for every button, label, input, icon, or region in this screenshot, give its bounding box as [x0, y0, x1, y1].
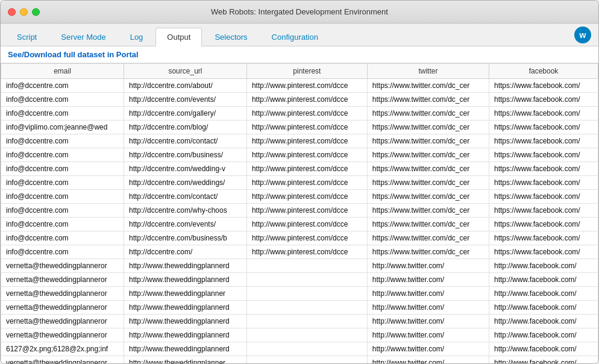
- table-cell: http://www.theweddingplannerd: [124, 301, 246, 315]
- table-cell: info@dccentre.com: [1, 176, 124, 190]
- table-cell: http://www.pinterest.com/dcce: [246, 79, 367, 93]
- col-email: email: [1, 64, 124, 79]
- table-cell: http://www.pinterest.com/dcce: [246, 148, 367, 162]
- table-cell: https://www.twitter.com/dc_cer: [367, 93, 489, 107]
- table-cell: https://www.twitter.com/dc_cer: [367, 134, 489, 148]
- table-cell: vernetta@theweddingplanneror: [1, 315, 124, 328]
- table-cell: https://www.twitter.com/dc_cer: [367, 245, 489, 259]
- portal-link-container: See/Download full dataset in Portal: [1, 46, 598, 63]
- table-cell: https://www.twitter.com/dc_cer: [367, 79, 489, 93]
- table-cell: https://www.facebook.com/: [489, 231, 598, 245]
- table-cell: http://www.pinterest.com/dcce: [246, 107, 367, 121]
- table-row: info@dccentre.comhttp://dccentre.com/con…: [1, 190, 598, 204]
- table-cell: https://www.facebook.com/: [489, 107, 598, 121]
- table-cell: [246, 287, 367, 301]
- table-cell: https://www.facebook.com/: [489, 148, 598, 162]
- col-facebook: facebook: [489, 64, 598, 79]
- table-cell: https://www.twitter.com/dc_cer: [367, 107, 489, 121]
- table-row: info@dccentre.comhttp://dccentre.com/eve…: [1, 218, 598, 231]
- table-cell: vernetta@theweddingplanneror: [1, 328, 124, 342]
- table-cell: vernetta@theweddingplanneror: [1, 356, 124, 364]
- table-cell: http://dccentre.com/business/b: [124, 231, 246, 245]
- table-row: info@dccentre.comhttp://dccentre.com/gal…: [1, 107, 598, 121]
- table-cell: https://www.facebook.com/: [489, 176, 598, 190]
- table-cell: https://www.facebook.com/: [489, 204, 598, 218]
- table-cell: info@dccentre.com: [1, 134, 124, 148]
- table-cell: http://dccentre.com/contact/: [124, 190, 246, 204]
- table-cell: info@dccentre.com: [1, 162, 124, 176]
- table-cell: vernetta@theweddingplanneror: [1, 301, 124, 315]
- data-table: email source_url pinterest twitter faceb…: [1, 63, 598, 363]
- table-row: info@dccentre.comhttp://dccentre.com/htt…: [1, 245, 598, 259]
- close-button[interactable]: [8, 8, 16, 16]
- table-cell: http://dccentre.com/events/: [124, 93, 246, 107]
- table-cell: http://www.pinterest.com/dcce: [246, 176, 367, 190]
- table-row: vernetta@theweddingplannerorhttp://www.t…: [1, 315, 598, 328]
- table-cell: [246, 301, 367, 315]
- tab-output[interactable]: Output: [155, 28, 202, 46]
- table-cell: http://www.pinterest.com/dcce: [246, 231, 367, 245]
- table-cell: http://www.facebook.com/: [489, 287, 598, 301]
- table-cell: [246, 273, 367, 287]
- table-cell: vernetta@theweddingplanneror: [1, 273, 124, 287]
- table-cell: https://www.facebook.com/: [489, 190, 598, 204]
- table-cell: https://www.facebook.com/: [489, 162, 598, 176]
- table-cell: https://www.twitter.com/dc_cer: [367, 218, 489, 231]
- table-row: info@dccentre.comhttp://dccentre.com/why…: [1, 204, 598, 218]
- table-body: info@dccentre.comhttp://dccentre.com/abo…: [1, 79, 598, 364]
- table-cell: http://dccentre.com/gallery/: [124, 107, 246, 121]
- portal-link[interactable]: See/Download full dataset in Portal: [8, 50, 139, 59]
- table-cell: http://www.pinterest.com/dcce: [246, 162, 367, 176]
- window-title: Web Robots: Intergated Development Envir…: [211, 7, 388, 16]
- tab-configuration[interactable]: Configuration: [260, 28, 330, 46]
- table-cell: http://dccentre.com/contact/: [124, 134, 246, 148]
- table-cell: http://www.twitter.com/: [367, 342, 489, 356]
- table-cell: https://www.twitter.com/dc_cer: [367, 162, 489, 176]
- table-cell: info@viplimo.com;jeanne@wed: [1, 121, 124, 134]
- traffic-lights: [8, 8, 40, 16]
- table-cell: [246, 259, 367, 273]
- table-cell: http://www.theweddingplanner: [124, 356, 246, 364]
- tab-script[interactable]: Script: [5, 28, 48, 46]
- table-cell: https://www.facebook.com/: [489, 93, 598, 107]
- maximize-button[interactable]: [32, 8, 40, 16]
- table-row: vernetta@theweddingplannerorhttp://www.t…: [1, 259, 598, 273]
- table-cell: http://www.theweddingplannerd: [124, 342, 246, 356]
- table-cell: info@dccentre.com: [1, 204, 124, 218]
- table-row: vernetta@theweddingplannerorhttp://www.t…: [1, 301, 598, 315]
- table-row: info@viplimo.com;jeanne@wedhttp://dccent…: [1, 121, 598, 134]
- table-cell: info@dccentre.com: [1, 245, 124, 259]
- table-cell: [246, 356, 367, 364]
- table-cell: http://dccentre.com/why-choos: [124, 204, 246, 218]
- table-row: info@dccentre.comhttp://dccentre.com/abo…: [1, 79, 598, 93]
- table-cell: info@dccentre.com: [1, 231, 124, 245]
- tab-bar: Script Server Mode Log Output Selectors …: [1, 24, 598, 46]
- table-row: vernetta@theweddingplannerorhttp://www.t…: [1, 287, 598, 301]
- table-header-row: email source_url pinterest twitter faceb…: [1, 64, 598, 79]
- tab-log[interactable]: Log: [119, 28, 155, 46]
- table-cell: http://www.pinterest.com/dcce: [246, 218, 367, 231]
- table-cell: http://www.theweddingplanner: [124, 287, 246, 301]
- table-cell: http://dccentre.com/blog/: [124, 121, 246, 134]
- table-cell: http://www.twitter.com/: [367, 259, 489, 273]
- table-cell: http://www.twitter.com/: [367, 315, 489, 328]
- minimize-button[interactable]: [20, 8, 28, 16]
- table-cell: [246, 315, 367, 328]
- wr-icon: w: [574, 27, 591, 43]
- table-row: info@dccentre.comhttp://dccentre.com/bus…: [1, 148, 598, 162]
- table-cell: http://www.theweddingplannerd: [124, 259, 246, 273]
- table-cell: https://www.facebook.com/: [489, 134, 598, 148]
- table-cell: [246, 342, 367, 356]
- table-cell: http://www.twitter.com/: [367, 301, 489, 315]
- table-cell: https://www.twitter.com/dc_cer: [367, 190, 489, 204]
- table-cell: http://www.twitter.com/: [367, 328, 489, 342]
- table-cell: http://www.facebook.com/: [489, 356, 598, 364]
- tab-server-mode[interactable]: Server Mode: [49, 28, 117, 46]
- table-cell: http://www.pinterest.com/dcce: [246, 93, 367, 107]
- table-row: vernetta@theweddingplannerorhttp://www.t…: [1, 328, 598, 342]
- tab-selectors[interactable]: Selectors: [203, 28, 259, 46]
- table-cell: http://www.pinterest.com/dcce: [246, 204, 367, 218]
- table-cell: http://www.pinterest.com/dcce: [246, 190, 367, 204]
- table-cell: http://www.twitter.com/: [367, 287, 489, 301]
- table-wrapper[interactable]: email source_url pinterest twitter faceb…: [1, 63, 598, 363]
